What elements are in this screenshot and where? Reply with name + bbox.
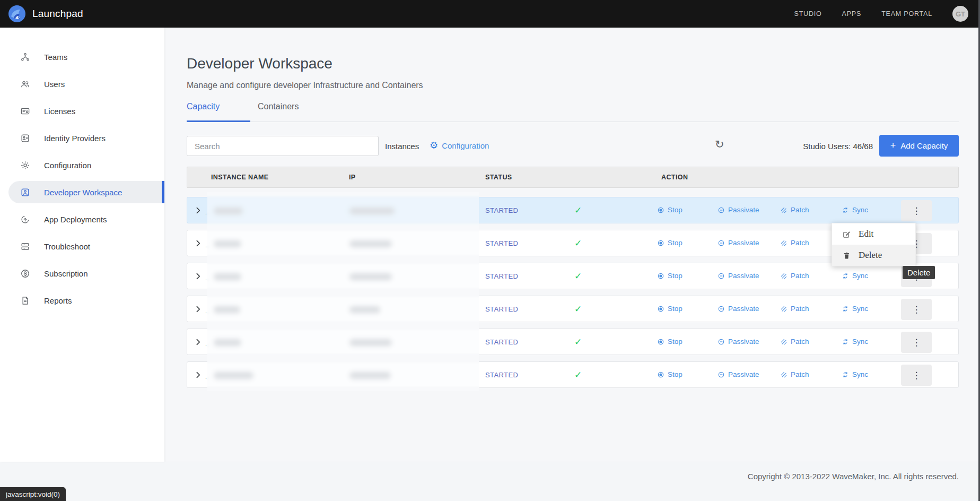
sidebar-item-teams[interactable]: Teams: [0, 46, 164, 68]
stop-icon: [657, 239, 664, 247]
sidebar-item-label: App Deployments: [44, 215, 107, 224]
app-deployments-icon: [20, 214, 30, 224]
patch-button[interactable]: Patch: [780, 305, 809, 313]
success-check-icon: ✓: [574, 336, 582, 348]
nav-apps[interactable]: APPS: [842, 10, 862, 18]
expand-chevron-icon[interactable]: [194, 370, 203, 379]
expand-chevron-icon[interactable]: [194, 272, 203, 281]
sidebar-item-subscription[interactable]: Subscription: [0, 262, 164, 284]
stop-button[interactable]: Stop: [657, 370, 682, 378]
sidebar-item-reports[interactable]: Reports: [0, 289, 164, 312]
passivate-button[interactable]: Passivate: [718, 206, 759, 214]
sync-button[interactable]: Sync: [842, 206, 868, 214]
table-row[interactable]: .. STARTED ✓ Stop Passivate Patch Sync: [187, 263, 959, 289]
row-menu-button[interactable]: ⋮: [901, 332, 932, 353]
passivate-button[interactable]: Passivate: [718, 370, 759, 378]
expand-chevron-icon[interactable]: [194, 338, 203, 347]
capacity-table: INSTANCE NAME IP STATUS ACTION .. STARTE…: [187, 167, 959, 394]
context-menu-edit[interactable]: Edit: [832, 223, 915, 245]
redacted-prefix: ..: [205, 374, 209, 380]
sync-button[interactable]: Sync: [842, 370, 868, 378]
sidebar-item-users[interactable]: Users: [0, 73, 164, 95]
sidebar-item-label: Users: [44, 80, 65, 89]
row-menu-button[interactable]: ⋮: [901, 200, 932, 221]
success-check-icon: ✓: [574, 238, 582, 249]
patch-button[interactable]: Patch: [780, 239, 809, 247]
stop-button[interactable]: Stop: [657, 272, 682, 280]
status-badge: STARTED: [485, 305, 518, 313]
search-input[interactable]: [187, 136, 379, 156]
sidebar-item-label: Configuration: [44, 161, 91, 170]
expand-chevron-icon[interactable]: [194, 305, 203, 314]
context-menu-delete-label: Delete: [859, 250, 882, 261]
studio-users-count: Studio Users: 46/68: [803, 142, 873, 151]
add-capacity-button[interactable]: + Add Capacity: [879, 135, 959, 157]
sidebar-item-label: Developer Workspace: [44, 188, 122, 197]
table-row[interactable]: .. STARTED ✓ Stop Passivate Patch Sync: [187, 329, 959, 355]
delete-tooltip: Delete: [903, 266, 935, 279]
sidebar-item-configuration[interactable]: Configuration: [0, 154, 164, 176]
stop-button[interactable]: Stop: [657, 338, 682, 345]
top-navigation: STUDIO APPS TEAM PORTAL GT: [794, 6, 980, 22]
edit-icon: [842, 230, 851, 239]
context-menu-delete[interactable]: Delete: [832, 245, 915, 266]
stop-icon: [657, 338, 664, 345]
sidebar-item-app-deployments[interactable]: App Deployments: [0, 208, 164, 230]
table-row[interactable]: .. STARTED ✓ Stop Passivate Patch Sync: [187, 197, 959, 223]
column-ip: IP: [349, 174, 356, 181]
sidebar-item-developer-workspace[interactable]: Developer Workspace: [0, 181, 164, 203]
expand-chevron-icon[interactable]: [194, 239, 203, 248]
sidebar-item-identity-providers[interactable]: Identity Providers: [0, 127, 164, 149]
sync-button[interactable]: Sync: [842, 338, 868, 345]
sync-button[interactable]: Sync: [842, 272, 868, 280]
sidebar-item-troubleshoot[interactable]: Troubleshoot: [0, 235, 164, 257]
expand-chevron-icon[interactable]: [194, 206, 203, 215]
passivate-button[interactable]: Passivate: [718, 272, 759, 280]
brand[interactable]: Launchpad: [0, 5, 83, 23]
reports-icon: [20, 296, 30, 306]
users-icon: [20, 79, 30, 89]
patch-button[interactable]: Patch: [780, 338, 809, 345]
subscription-icon: [20, 269, 30, 279]
success-check-icon: ✓: [574, 369, 582, 381]
refresh-icon[interactable]: ↻: [715, 139, 724, 150]
nav-team-portal[interactable]: TEAM PORTAL: [881, 10, 932, 18]
tab-containers[interactable]: Containers: [258, 102, 299, 122]
row-menu-button[interactable]: ⋮: [901, 365, 932, 386]
status-badge: STARTED: [485, 371, 518, 379]
row-menu-button[interactable]: ⋮: [901, 299, 932, 320]
redacted-ip: [349, 339, 392, 346]
stop-icon: [657, 272, 664, 280]
tab-capacity[interactable]: Capacity: [187, 102, 250, 122]
table-row[interactable]: .. STARTED ✓ Stop Passivate Patch Sync: [187, 296, 959, 322]
stop-button[interactable]: Stop: [657, 206, 682, 214]
stop-button[interactable]: Stop: [657, 305, 682, 313]
context-menu-edit-label: Edit: [859, 229, 873, 239]
toolbar: Instances ⚙ Configuration ↻ Studio Users…: [187, 135, 959, 157]
sync-icon: [842, 206, 849, 214]
nav-studio[interactable]: STUDIO: [794, 10, 822, 18]
redacted-prefix: ..: [205, 275, 209, 281]
stop-button[interactable]: Stop: [657, 239, 682, 247]
passivate-button[interactable]: Passivate: [718, 305, 759, 313]
patch-button[interactable]: Patch: [780, 370, 809, 378]
user-avatar[interactable]: GT: [952, 6, 968, 22]
sync-icon: [842, 305, 849, 313]
table-row[interactable]: .. STARTED ✓ Stop Passivate Patch Sync: [187, 361, 959, 388]
passivate-button[interactable]: Passivate: [718, 338, 759, 345]
redacted-instance-name: [214, 339, 241, 346]
row-context-menu: Edit Delete: [832, 223, 916, 266]
passivate-button[interactable]: Passivate: [718, 239, 759, 247]
active-item-bar: [162, 181, 164, 203]
patch-icon: [780, 305, 788, 313]
redacted-prefix: ..: [205, 209, 209, 215]
status-badge: STARTED: [485, 272, 518, 280]
browser-status-bubble: javascript:void(0): [0, 487, 66, 501]
sidebar-item-licenses[interactable]: Licenses: [0, 100, 164, 122]
sync-icon: [842, 371, 849, 378]
teams-icon: [20, 52, 30, 62]
patch-button[interactable]: Patch: [780, 272, 809, 280]
patch-button[interactable]: Patch: [780, 206, 809, 214]
sync-button[interactable]: Sync: [842, 305, 868, 313]
configuration-link[interactable]: ⚙ Configuration: [430, 141, 489, 150]
